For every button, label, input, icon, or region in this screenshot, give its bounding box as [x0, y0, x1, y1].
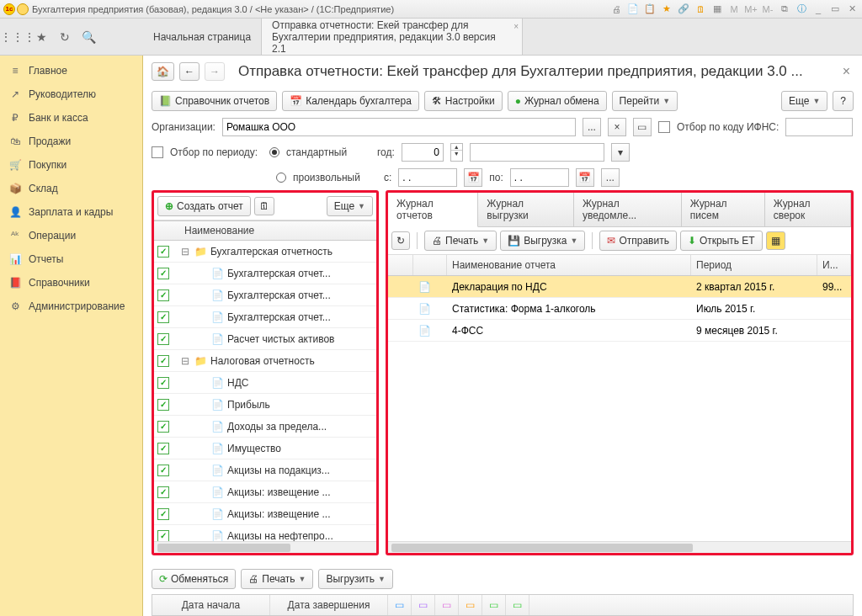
tree-row[interactable]: 📄Акцизы на нефтепро...: [154, 525, 376, 541]
journal-tab-0[interactable]: Журнал отчетов: [388, 193, 478, 227]
tree-checkbox[interactable]: [157, 289, 169, 301]
doc-icon[interactable]: 📄: [626, 3, 640, 16]
m-plus-icon[interactable]: M+: [744, 3, 758, 16]
open-et-button[interactable]: ⬇Открыть ET: [680, 231, 763, 251]
custom-radio[interactable]: [276, 173, 286, 183]
bottom-export-button[interactable]: Выгрузить▼: [318, 569, 392, 589]
calendar-icon[interactable]: ▦: [710, 3, 724, 16]
m-minus-icon[interactable]: M-: [761, 3, 774, 16]
period-dropdown-button[interactable]: ▾: [611, 143, 630, 162]
tree-checkbox[interactable]: [157, 443, 169, 454]
journal-row[interactable]: 📄4-ФСС9 месяцев 2015 г.: [388, 320, 851, 342]
tree-row[interactable]: 📄Доходы за предела...: [154, 416, 376, 438]
star-icon[interactable]: ★: [660, 3, 673, 16]
minimize-icon[interactable]: _: [811, 3, 825, 16]
sidebar-item-10[interactable]: ⚙Администрирование: [0, 295, 142, 318]
calendar-button[interactable]: 📅Календарь бухгалтера: [282, 91, 419, 111]
tab-close-icon[interactable]: ×: [513, 22, 519, 31]
tree-checkbox[interactable]: [157, 508, 169, 520]
titlebar-circle-icon[interactable]: [17, 3, 29, 15]
create-report-button[interactable]: ⊕Создать отчет: [157, 196, 251, 216]
page-close-button[interactable]: ×: [839, 64, 854, 79]
forward-button[interactable]: →: [205, 62, 225, 81]
period-picker-button[interactable]: ...: [601, 168, 620, 187]
std-radio[interactable]: [269, 147, 279, 157]
bottom-print-button[interactable]: 🖨Печать▼: [241, 569, 313, 589]
org-clear-button[interactable]: ×: [608, 118, 626, 136]
tree-row[interactable]: 📄Имущество: [154, 438, 376, 459]
tree-row[interactable]: ⊟📁Бухгалтерская отчетность: [154, 241, 376, 263]
send-button[interactable]: ✉Отправить: [599, 231, 677, 251]
link-icon[interactable]: 🔗: [677, 3, 690, 16]
journal-tab-4[interactable]: Журнал сверок: [765, 193, 851, 226]
tree-checkbox[interactable]: [157, 333, 169, 345]
org-extra-button[interactable]: ▭: [633, 118, 652, 136]
to-input[interactable]: [510, 168, 569, 187]
tree-more-button[interactable]: Еще▼: [327, 196, 373, 216]
year-up-button[interactable]: ▲: [451, 144, 462, 151]
tree-checkbox[interactable]: [157, 268, 169, 279]
exchange-button[interactable]: ⟳Обменяться: [152, 569, 236, 589]
sidebar-item-8[interactable]: 📊Отчеты: [0, 247, 142, 271]
toggle-view-button[interactable]: ▦: [766, 231, 785, 250]
reports-tree[interactable]: ⊟📁Бухгалтерская отчетность📄Бухгалтерская…: [154, 241, 376, 541]
tree-row[interactable]: ⊟📁Налоговая отчетность: [154, 350, 376, 372]
sidebar-item-6[interactable]: 👤Зарплата и кадры: [0, 200, 142, 224]
sidebar-item-9[interactable]: 📕Справочники: [0, 271, 142, 295]
ifns-input[interactable]: [785, 118, 853, 136]
sidebar-item-2[interactable]: ₽Банк и касса: [0, 106, 142, 130]
tree-row[interactable]: 📄Акцизы на подакциз...: [154, 459, 376, 481]
from-input[interactable]: [398, 168, 457, 187]
sidebar-item-3[interactable]: 🛍Продажи: [0, 130, 142, 153]
more-button[interactable]: Еще▼: [781, 91, 827, 111]
journal-tab-3[interactable]: Журнал писем: [682, 193, 765, 226]
tree-row[interactable]: 📄Акцизы: извещение ...: [154, 481, 376, 503]
period-checkbox[interactable]: [152, 146, 163, 158]
export-button[interactable]: 💾Выгрузка▼: [500, 231, 585, 251]
exchange-log-button[interactable]: ●Журнал обмена: [508, 91, 607, 111]
tree-row[interactable]: 📄Расчет чистых активов: [154, 328, 376, 350]
tree-checkbox[interactable]: [157, 311, 169, 323]
sidebar-item-5[interactable]: 📦Склад: [0, 177, 142, 200]
tree-checkbox[interactable]: [157, 355, 169, 367]
tree-checkbox[interactable]: [157, 465, 169, 476]
refresh-button[interactable]: ↻: [391, 231, 410, 250]
tree-checkbox[interactable]: [157, 399, 169, 411]
tree-row[interactable]: 📄Бухгалтерская отчет...: [154, 306, 376, 328]
panels-icon[interactable]: ⧉: [778, 3, 791, 16]
tree-calendar-button[interactable]: 🗓: [254, 197, 274, 215]
sidebar-item-0[interactable]: ≡Главное: [0, 59, 142, 82]
tree-checkbox[interactable]: [157, 486, 169, 498]
sidebar-item-7[interactable]: ᴬᵏОперации: [0, 224, 142, 247]
goto-button[interactable]: Перейти▼: [612, 91, 678, 111]
tree-checkbox[interactable]: [157, 246, 169, 258]
sidebar-item-1[interactable]: ↗Руководителю: [0, 82, 142, 106]
history-icon[interactable]: ↻: [57, 29, 72, 45]
tree-row[interactable]: 📄Бухгалтерская отчет...: [154, 263, 376, 284]
close-icon[interactable]: ✕: [845, 3, 859, 16]
m-icon[interactable]: M: [727, 3, 741, 16]
to-calendar-button[interactable]: 📅: [576, 168, 594, 187]
calc-icon[interactable]: 🗓: [694, 3, 707, 16]
journal-row[interactable]: 📄Статистика: Форма 1-алкогольИюль 2015 г…: [388, 298, 851, 320]
year-input[interactable]: [402, 143, 444, 162]
ifns-checkbox[interactable]: [658, 121, 670, 133]
tab-active[interactable]: Отправка отчетности: Екей трансфер для Б…: [262, 19, 523, 55]
print-button[interactable]: 🖨Печать▼: [424, 231, 497, 251]
sidebar-item-4[interactable]: 🛒Покупки: [0, 153, 142, 177]
tab-home[interactable]: Начальная страница: [143, 19, 262, 55]
journal-row[interactable]: 📄Декларация по НДС2 квартал 2015 г.99...: [388, 276, 851, 298]
settings-button[interactable]: 🛠Настройки: [424, 91, 503, 111]
ref-reports-button[interactable]: 📗Справочник отчетов: [152, 91, 277, 111]
journal-h-scrollbar[interactable]: [388, 541, 851, 553]
period-combo[interactable]: [470, 143, 604, 162]
clipboard-icon[interactable]: 📋: [643, 3, 657, 16]
tree-checkbox[interactable]: [157, 377, 169, 389]
tree-h-scrollbar[interactable]: [154, 541, 376, 553]
help-button[interactable]: ?: [833, 91, 854, 111]
tree-row[interactable]: 📄Бухгалтерская отчет...: [154, 284, 376, 306]
apps-icon[interactable]: ⋮⋮⋮: [10, 29, 25, 45]
org-input[interactable]: [222, 118, 576, 136]
info-icon[interactable]: ⓘ: [795, 3, 808, 16]
journal-tab-2[interactable]: Журнал уведомле...: [574, 193, 682, 226]
